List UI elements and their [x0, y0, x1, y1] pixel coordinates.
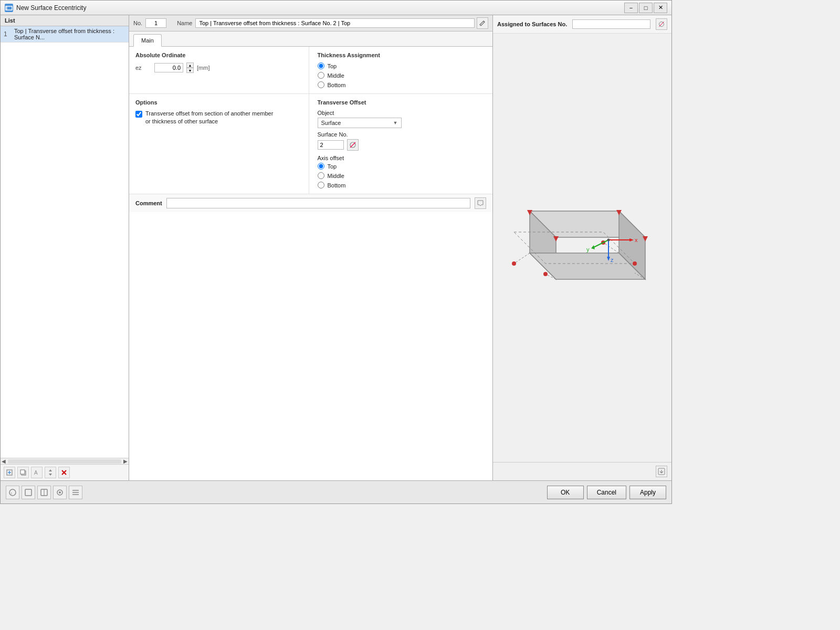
svg-line-22	[514, 253, 530, 264]
main-content: List 1 Top | Transverse offset from thic…	[1, 15, 671, 480]
thickness-bottom-radio[interactable]	[318, 81, 324, 88]
name-input[interactable]	[195, 18, 475, 28]
spinner-buttons: ▲ ▼	[186, 62, 194, 73]
name-label: Name	[177, 20, 192, 26]
scroll-track[interactable]	[8, 459, 121, 464]
rename-button[interactable]: A	[31, 467, 43, 478]
dropdown-arrow-icon: ▼	[393, 120, 398, 125]
bottom-tools: i	[6, 486, 82, 499]
spin-up-button[interactable]: ▲	[186, 62, 194, 68]
tabs-row: Main	[129, 32, 492, 47]
axis-top-label: Top	[328, 163, 337, 170]
copy-button[interactable]	[17, 467, 29, 478]
title-bar-left: New Surface Eccentricity	[5, 4, 86, 12]
ordinate-input[interactable]	[154, 63, 183, 72]
tab-main[interactable]: Main	[133, 34, 162, 47]
cancel-button[interactable]: Cancel	[587, 486, 626, 499]
maximize-button[interactable]: □	[639, 3, 653, 13]
bottom-section: Options Transverse offset from section o…	[129, 94, 492, 194]
close-button[interactable]: ✕	[654, 3, 667, 13]
move-button[interactable]	[45, 467, 56, 478]
axis-middle-radio[interactable]	[318, 172, 324, 179]
delete-button[interactable]	[58, 467, 70, 478]
axis-top-option[interactable]: Top	[318, 163, 485, 170]
spin-down-button[interactable]: ▼	[186, 68, 194, 73]
axis-top-radio[interactable]	[318, 163, 324, 170]
svg-text:A: A	[34, 470, 38, 476]
transverse-checkbox-label: Transverse offset from section of anothe…	[145, 110, 273, 126]
tool-btn-3[interactable]	[37, 486, 51, 499]
surface-no-label: Surface No.	[318, 131, 485, 138]
surface-no-row	[318, 139, 485, 151]
thickness-bottom-option[interactable]: Bottom	[318, 81, 485, 88]
transverse-offset-title: Transverse Offset	[318, 99, 485, 106]
tool-btn-4[interactable]	[53, 486, 67, 499]
no-field: No.	[133, 18, 166, 28]
axis-radio-group: Top Middle Bottom	[318, 163, 485, 188]
transverse-checkbox[interactable]	[135, 111, 142, 118]
minimize-button[interactable]: −	[624, 3, 638, 13]
svg-marker-38	[591, 245, 595, 249]
svg-point-45	[9, 489, 16, 496]
comment-action-button[interactable]	[475, 197, 486, 209]
action-buttons: OK Cancel Apply	[547, 486, 666, 499]
right-panel: Assigned to Surfaces No.	[493, 15, 671, 480]
center-panel: No. Name Main	[129, 15, 493, 480]
no-label: No.	[133, 20, 142, 26]
scroll-left-arrow[interactable]: ◀	[2, 458, 6, 464]
svg-line-12	[484, 21, 485, 22]
window-icon	[5, 4, 13, 12]
export-button[interactable]	[656, 466, 667, 477]
thickness-title: Thickness Assignment	[318, 52, 485, 58]
apply-button[interactable]: Apply	[629, 486, 666, 499]
svg-marker-9	[49, 474, 52, 476]
svg-text:z: z	[611, 257, 614, 263]
object-dropdown[interactable]: Surface ▼	[318, 118, 402, 128]
thickness-assignment-section: Thickness Assignment Top Middle	[309, 47, 493, 93]
ez-label: ez	[135, 65, 151, 71]
thickness-top-radio[interactable]	[318, 62, 324, 69]
svg-line-37	[593, 240, 608, 248]
object-label: Object	[318, 110, 485, 116]
thickness-middle-option[interactable]: Middle	[318, 72, 485, 79]
axis-bottom-radio[interactable]	[318, 182, 324, 188]
axis-bottom-option[interactable]: Bottom	[318, 182, 485, 188]
surface-no-input[interactable]	[318, 140, 344, 150]
tool-btn-1[interactable]: i	[6, 486, 19, 499]
ok-button[interactable]: OK	[547, 486, 584, 499]
scroll-right-arrow[interactable]: ▶	[123, 458, 128, 464]
svg-point-33	[543, 272, 548, 276]
list-header: List	[1, 15, 129, 26]
axis-middle-option[interactable]: Middle	[318, 172, 485, 179]
thickness-top-label: Top	[328, 63, 337, 69]
thickness-top-option[interactable]: Top	[318, 62, 485, 69]
svg-text:i: i	[11, 491, 12, 496]
svg-point-31	[633, 261, 637, 266]
list-area: 1 Top | Transverse offset from thickness…	[1, 26, 129, 458]
list-item[interactable]: 1 Top | Transverse offset from thickness…	[1, 26, 129, 43]
thickness-middle-radio[interactable]	[318, 72, 324, 79]
main-window: New Surface Eccentricity − □ ✕ List 1 To…	[0, 0, 672, 504]
pick-surface-button[interactable]	[347, 139, 359, 151]
object-field: Object Surface ▼	[318, 110, 485, 128]
no-input[interactable]	[145, 18, 166, 28]
absolute-ordinate-title: Absolute Ordinate	[135, 52, 302, 58]
surface-no-field: Surface No.	[318, 131, 485, 151]
ordinate-field-row: ez ▲ ▼ [mm]	[135, 62, 302, 73]
new-button[interactable]	[4, 467, 15, 478]
tool-btn-2[interactable]	[22, 486, 35, 499]
axis-offset-field: Axis offset Top Middle	[318, 155, 485, 188]
assigned-input[interactable]	[572, 19, 650, 29]
thickness-bottom-label: Bottom	[328, 82, 346, 88]
comment-input[interactable]	[166, 198, 470, 208]
horizontal-scrollbar[interactable]: ◀ ▶	[1, 458, 129, 464]
window-title: New Surface Eccentricity	[16, 4, 86, 12]
svg-rect-47	[25, 489, 32, 496]
assigned-pick-button[interactable]	[656, 18, 667, 30]
svg-line-25	[603, 243, 619, 253]
list-item-text: Top | Transverse offset from thickness :…	[14, 28, 125, 40]
tool-btn-5[interactable]	[69, 486, 82, 499]
transverse-checkbox-item[interactable]: Transverse offset from section of anothe…	[135, 110, 302, 126]
edit-name-button[interactable]	[477, 17, 488, 29]
name-field: Name	[177, 17, 488, 29]
